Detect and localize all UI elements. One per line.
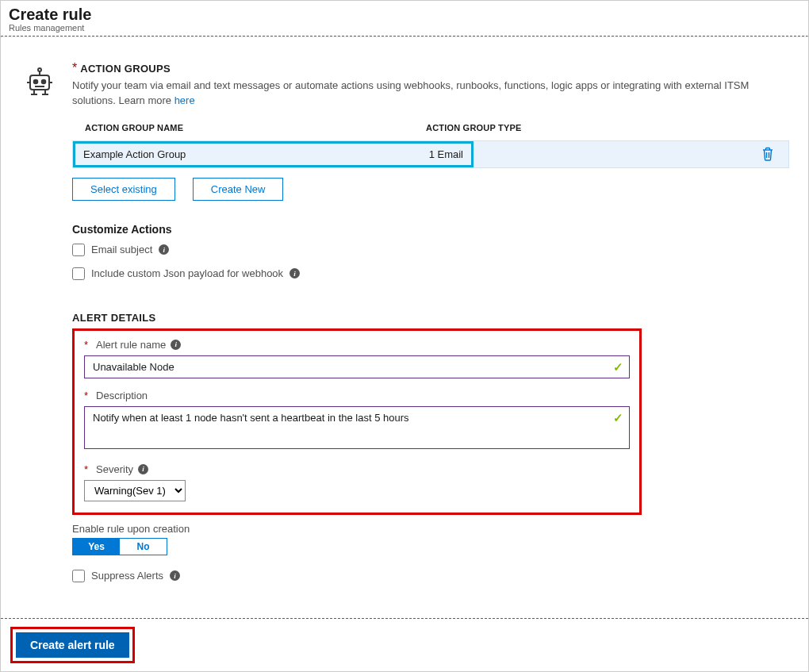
svg-point-4 bbox=[42, 80, 46, 84]
content-area: *ACTION GROUPS Notify your team via emai… bbox=[1, 37, 808, 618]
email-subject-label: Email subject bbox=[91, 244, 152, 255]
trash-icon[interactable] bbox=[761, 147, 774, 161]
page-subtitle: Rules management bbox=[9, 23, 800, 33]
customize-actions-title: Customize Actions bbox=[72, 223, 789, 236]
check-icon: ✓ bbox=[613, 360, 623, 374]
svg-rect-2 bbox=[30, 75, 49, 90]
toggle-yes[interactable]: Yes bbox=[73, 539, 120, 555]
col-action-group-type: ACTION GROUP TYPE bbox=[426, 123, 776, 132]
action-group-name: Example Action Group bbox=[83, 148, 429, 160]
description-label: Description bbox=[96, 390, 148, 401]
json-payload-label: Include custom Json payload for webhook bbox=[91, 267, 283, 279]
required-asterisk: * bbox=[72, 61, 77, 75]
create-button-highlight-box: Create alert rule bbox=[10, 627, 135, 663]
info-icon[interactable]: i bbox=[159, 244, 169, 255]
action-group-table: ACTION GROUP NAME ACTION GROUP TYPE Exam… bbox=[72, 123, 789, 201]
required-asterisk: * bbox=[84, 339, 88, 351]
action-group-selected-cell: Example Action Group 1 Email bbox=[73, 141, 474, 167]
robot-icon bbox=[23, 61, 72, 582]
learn-more-link[interactable]: here bbox=[174, 94, 195, 106]
alert-details-title: ALERT DETAILS bbox=[72, 312, 789, 324]
severity-select[interactable]: Warning(Sev 1) bbox=[84, 480, 186, 501]
info-icon[interactable]: i bbox=[289, 268, 300, 278]
select-existing-button[interactable]: Select existing bbox=[72, 178, 175, 201]
rule-name-input[interactable] bbox=[84, 355, 630, 378]
toggle-no[interactable]: No bbox=[120, 539, 167, 555]
json-payload-option[interactable]: Include custom Json payload for webhook … bbox=[72, 267, 789, 280]
create-new-button[interactable]: Create New bbox=[193, 178, 284, 201]
suppress-alerts-option[interactable]: Suppress Alerts i bbox=[72, 570, 789, 582]
svg-point-0 bbox=[38, 68, 41, 71]
info-icon[interactable]: i bbox=[171, 340, 181, 350]
action-groups-section: *ACTION GROUPS Notify your team via emai… bbox=[23, 61, 792, 582]
footer-bar: Create alert rule bbox=[1, 618, 808, 671]
email-subject-option[interactable]: Email subject i bbox=[72, 244, 789, 256]
info-icon[interactable]: i bbox=[138, 464, 148, 474]
action-groups-title: ACTION GROUPS bbox=[80, 63, 171, 75]
rule-name-label: Alert rule name bbox=[96, 339, 166, 351]
action-group-type-value: 1 Email bbox=[429, 148, 463, 160]
suppress-alerts-checkbox[interactable] bbox=[72, 570, 85, 582]
description-input[interactable] bbox=[84, 406, 630, 449]
check-icon: ✓ bbox=[613, 411, 623, 425]
page-title: Create rule bbox=[9, 6, 800, 24]
create-rule-window: Create rule Rules management bbox=[0, 0, 809, 672]
page-header: Create rule Rules management bbox=[1, 1, 808, 36]
action-groups-description: Notify your team via email and text mess… bbox=[72, 79, 789, 109]
enable-rule-toggle[interactable]: Yes No bbox=[72, 538, 167, 555]
col-action-group-name: ACTION GROUP NAME bbox=[85, 123, 426, 132]
required-asterisk: * bbox=[84, 463, 88, 475]
action-groups-title-row: *ACTION GROUPS bbox=[72, 61, 789, 75]
enable-rule-label: Enable rule upon creation bbox=[72, 523, 789, 535]
action-group-row[interactable]: Example Action Group 1 Email bbox=[72, 140, 789, 168]
alert-details-section: ALERT DETAILS * Alert rule name i ✓ bbox=[72, 312, 789, 582]
email-subject-checkbox[interactable] bbox=[72, 244, 85, 256]
action-group-table-header: ACTION GROUP NAME ACTION GROUP TYPE bbox=[72, 123, 789, 140]
severity-label: Severity bbox=[96, 463, 133, 475]
create-alert-rule-button[interactable]: Create alert rule bbox=[16, 632, 129, 658]
description-label-row: * Description bbox=[84, 390, 630, 401]
rule-name-label-row: * Alert rule name i bbox=[84, 339, 630, 351]
alert-details-highlight-box: * Alert rule name i ✓ * Description bbox=[72, 328, 642, 515]
severity-label-row: * Severity i bbox=[84, 463, 630, 475]
suppress-alerts-label: Suppress Alerts bbox=[91, 570, 163, 582]
svg-point-3 bbox=[34, 80, 38, 84]
info-icon[interactable]: i bbox=[170, 570, 180, 581]
required-asterisk: * bbox=[84, 390, 88, 401]
json-payload-checkbox[interactable] bbox=[72, 267, 85, 280]
